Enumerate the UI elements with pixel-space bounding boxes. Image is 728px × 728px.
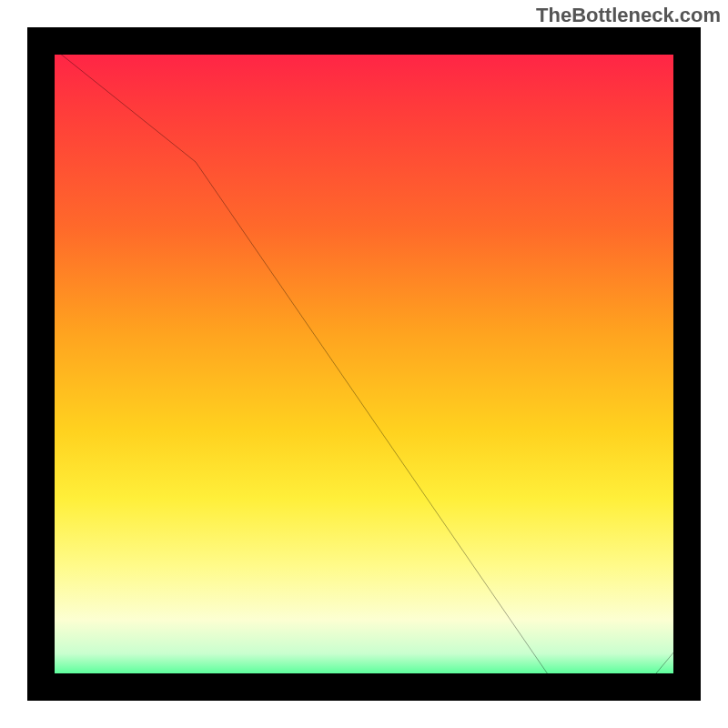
chart-line-series [27, 27, 701, 701]
watermark: TheBottleneck.com [536, 4, 721, 27]
chart: ••••••••• [27, 27, 701, 701]
chart-marker-label: ••••••••• [552, 689, 594, 698]
